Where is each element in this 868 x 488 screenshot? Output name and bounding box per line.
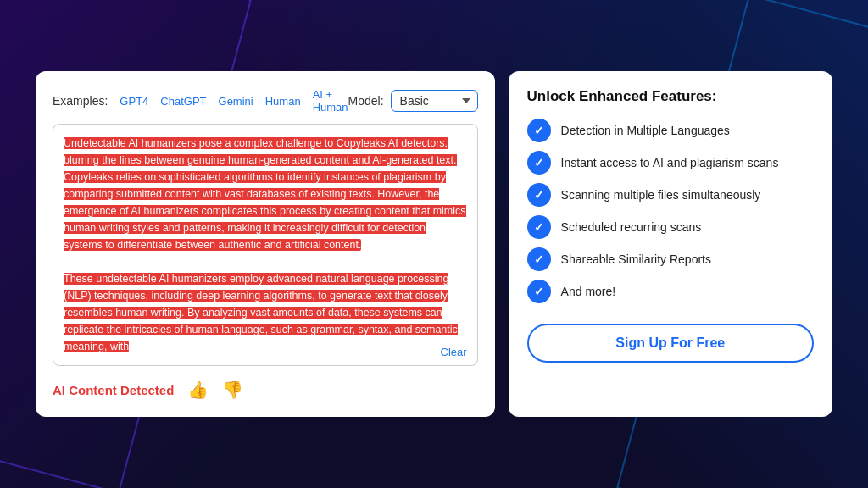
feature-text-1: Detection in Multiple Languages	[561, 124, 730, 137]
model-row: Model: Basic Standard Advanced	[348, 90, 478, 112]
check-icon-2	[527, 151, 551, 175]
result-row: AI Content Detected 👍 👎	[53, 376, 478, 400]
feature-item-3: Scanning multiple files simultaneously	[527, 183, 814, 207]
feature-text-5: Shareable Similarity Reports	[561, 252, 711, 266]
check-icon-4	[527, 215, 551, 239]
example-ai-human[interactable]: AI + Human	[313, 88, 348, 114]
main-container: Examples: GPT4 ChatGPT Gemini Human AI +…	[36, 71, 832, 417]
examples-label: Examples:	[53, 94, 108, 108]
example-chatgpt[interactable]: ChatGPT	[160, 95, 206, 108]
ai-detected-label: AI Content Detected	[53, 383, 174, 397]
right-panel: Unlock Enhanced Features: Detection in M…	[509, 71, 832, 417]
feature-item-6: And more!	[527, 280, 814, 303]
check-icon-6	[527, 280, 551, 303]
example-human[interactable]: Human	[265, 95, 301, 108]
feature-text-2: Instant access to AI and plagiarism scan…	[561, 156, 779, 169]
example-gpt4[interactable]: GPT4	[120, 95, 148, 108]
feature-text-4: Scheduled recurring scans	[561, 220, 702, 234]
model-label: Model:	[348, 94, 384, 108]
highlighted-text-2: These undetectable AI humanizers employ …	[64, 273, 458, 352]
feature-item-4: Scheduled recurring scans	[527, 215, 814, 239]
feature-text-6: And more!	[561, 285, 616, 298]
feature-item-5: Shareable Similarity Reports	[527, 247, 814, 271]
feature-item-1: Detection in Multiple Languages	[527, 119, 814, 142]
model-select[interactable]: Basic Standard Advanced	[391, 90, 478, 112]
signup-button[interactable]: Sign Up For Free	[527, 324, 814, 363]
thumbup-icon[interactable]: 👍	[187, 380, 209, 400]
text-area-wrapper: Undetectable AI humanizers pose a comple…	[53, 124, 478, 366]
examples-row: Examples: GPT4 ChatGPT Gemini Human AI +…	[53, 88, 348, 114]
check-icon-1	[527, 119, 551, 142]
feature-item-2: Instant access to AI and plagiarism scan…	[527, 151, 814, 175]
unlock-title: Unlock Enhanced Features:	[527, 88, 814, 105]
text-content: Undetectable AI humanizers pose a comple…	[64, 135, 467, 355]
check-icon-3	[527, 183, 551, 207]
check-icon-5	[527, 247, 551, 271]
thumbdown-icon[interactable]: 👎	[222, 380, 243, 400]
feature-text-3: Scanning multiple files simultaneously	[561, 188, 761, 202]
left-panel: Examples: GPT4 ChatGPT Gemini Human AI +…	[36, 71, 495, 417]
clear-button[interactable]: Clear	[441, 346, 467, 358]
highlighted-text-1: Undetectable AI humanizers pose a comple…	[64, 137, 466, 251]
example-gemini[interactable]: Gemini	[219, 95, 253, 108]
